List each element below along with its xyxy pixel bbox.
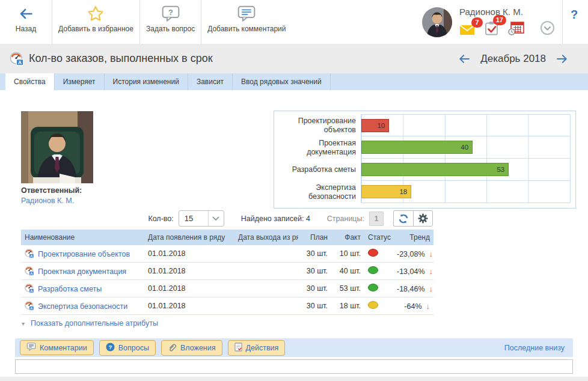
records-found-count: 4 — [306, 215, 310, 223]
date-appear-cell: 01.01.2018 — [144, 280, 234, 297]
trend-value: -23,08% — [397, 250, 425, 258]
question-bubble-icon: ? — [162, 3, 180, 25]
add-comment-label: Добавить комментарий — [207, 25, 286, 33]
ask-question-label: Задать вопрос — [146, 25, 195, 33]
table-row: AРазработка сметы01.01.201830 шт.53 шт.-… — [21, 280, 433, 297]
user-info: Радионов К. М. 7 17 — [459, 7, 555, 38]
add-favorite-button[interactable]: Добавить в избранное — [52, 0, 139, 44]
page-size-value: 15 — [179, 211, 208, 226]
series-name-cell: AПроектная документация — [21, 263, 144, 280]
tasks-icon[interactable]: 17 — [485, 21, 498, 38]
questions-button[interactable]: ? Вопросы — [99, 340, 156, 356]
attachments-button[interactable]: Вложения — [161, 340, 222, 356]
fact-cell: 40 шт. — [331, 263, 364, 280]
chart-bar-value: 18 — [399, 188, 407, 195]
chart-bar: 18 — [361, 185, 411, 198]
column-header[interactable]: Дата выхода из ряда — [234, 230, 298, 245]
status-cell — [364, 297, 393, 315]
comments-empty-area — [15, 359, 573, 374]
trend-down-arrow-icon: ↓ — [426, 302, 430, 311]
column-header[interactable]: Тренд — [393, 230, 433, 245]
tab-bar: Свойства Измеряет История изменений Зави… — [0, 73, 588, 90]
svg-text:A: A — [30, 306, 32, 310]
svg-text:?: ? — [168, 8, 173, 17]
back-label: Назад — [16, 25, 36, 33]
tab-properties[interactable]: Свойства — [5, 73, 55, 90]
refresh-button[interactable] — [393, 210, 413, 227]
show-attributes-toggle[interactable]: ▾ Показать дополнительные атрибуты — [22, 319, 158, 328]
column-header[interactable]: Статус — [364, 230, 393, 245]
trend-cell: -23,08%↓ — [393, 245, 433, 263]
actions-label: Действия — [246, 344, 279, 352]
chevron-down-icon[interactable] — [540, 20, 555, 38]
table-row: AПроектирование объектов01.01.201830 шт.… — [21, 245, 433, 263]
chart-bar-value: 40 — [461, 144, 468, 151]
tab-depends[interactable]: Зависит — [188, 73, 233, 90]
date-appear-cell: 01.01.2018 — [144, 297, 234, 315]
list-controls: Кол-во: 15 Найдено записей: 4 Страницы: … — [148, 210, 433, 227]
comments-icon — [26, 343, 36, 353]
trend-down-arrow-icon: ↓ — [429, 267, 433, 276]
responsible-label: Ответственный: — [21, 186, 82, 195]
series-name-link[interactable]: Проектная документация — [38, 267, 126, 276]
comments-button[interactable]: Комментарии — [20, 340, 94, 355]
paperclip-icon — [168, 343, 177, 353]
settings-gear-button[interactable] — [413, 210, 433, 227]
column-header[interactable]: Дата появления в ряду — [144, 230, 234, 245]
mail-icon[interactable]: 7 — [459, 23, 475, 38]
series-name-link[interactable]: Разработка сметы — [38, 285, 102, 293]
svg-text:A: A — [18, 59, 22, 65]
fact-cell: 53 шт. — [331, 280, 364, 297]
fact-cell: 18 шт. — [331, 297, 364, 315]
add-comment-button[interactable]: Добавить комментарий — [201, 0, 292, 44]
responsible-name-link[interactable]: Радионов К. М. — [21, 197, 74, 205]
tab-series-values-input[interactable]: Ввод рядовых значений — [233, 73, 331, 90]
series-name-link[interactable]: Экспертиза безопасности — [38, 302, 127, 311]
ask-question-button[interactable]: ? Задать вопрос — [140, 0, 201, 44]
chart-category-label: Проектирование объектов — [277, 114, 361, 136]
series-name-cell: AЭкспертиза безопасности — [21, 297, 144, 315]
records-found-label: Найдено записей: — [241, 215, 304, 223]
trend-cell: -18,46%↓ — [393, 280, 433, 297]
tab-measures[interactable]: Измеряет — [55, 73, 105, 90]
series-name-link[interactable]: Проектирование объектов — [38, 250, 130, 258]
tab-change-history[interactable]: История изменений — [105, 73, 188, 90]
trend-cell: -13,04%↓ — [393, 263, 433, 280]
help-button[interactable]: ? — [563, 0, 586, 44]
mail-badge: 7 — [471, 17, 483, 28]
column-header[interactable]: Факт — [331, 230, 364, 245]
chart-plot-cell: 40 — [361, 136, 571, 159]
status-cell — [364, 280, 393, 297]
chart-row: Проектная документация40 — [277, 136, 571, 159]
top-toolbar: Назад Добавить в избранное ? Задать вопр… — [0, 0, 588, 44]
actions-button[interactable]: Действия — [228, 340, 286, 356]
chart-bar-value: 53 — [497, 166, 504, 173]
period-navigator: Декабрь 2018 — [456, 53, 570, 65]
chart-category-label: Экспертиза безопасности — [277, 181, 361, 203]
trend-value: -13,04% — [397, 267, 425, 276]
chart-row: Проектирование объектов10 — [277, 114, 571, 136]
calendar-clock-icon[interactable] — [508, 21, 524, 38]
page-size-select[interactable]: 15 — [179, 210, 224, 227]
latest-at-bottom-link[interactable]: Последние внизу — [504, 344, 568, 352]
prev-period-arrow-icon[interactable] — [456, 53, 472, 65]
chart-bar-value: 10 — [377, 122, 385, 129]
plan-cell: 30 шт. — [298, 245, 331, 263]
attachments-label: Вложения — [180, 344, 216, 352]
footer-toolbar: Комментарии ? Вопросы Вложения Действия — [15, 338, 573, 357]
status-cell — [364, 245, 393, 263]
next-period-arrow-icon[interactable] — [554, 53, 570, 65]
comment-bubble-icon — [237, 3, 256, 25]
user-avatar[interactable] — [422, 7, 452, 37]
series-name-cell: AПроектирование объектов — [21, 245, 144, 263]
table-row: AЭкспертиза безопасности01.01.201830 шт.… — [21, 297, 433, 315]
back-button[interactable]: Назад — [0, 0, 52, 44]
column-header[interactable]: Наименование — [21, 230, 144, 245]
chart-rows: Проектирование объектов10Проектная докум… — [277, 114, 571, 203]
trend-value: -18,46% — [397, 285, 425, 293]
column-header[interactable]: План — [298, 230, 331, 245]
bottom-strip — [0, 377, 588, 381]
current-page-button[interactable]: 1 — [369, 212, 384, 226]
chart-plot-cell: 10 — [361, 114, 571, 136]
properties-panel: Ответственный: Радионов К. М. Проектиров… — [0, 90, 588, 381]
